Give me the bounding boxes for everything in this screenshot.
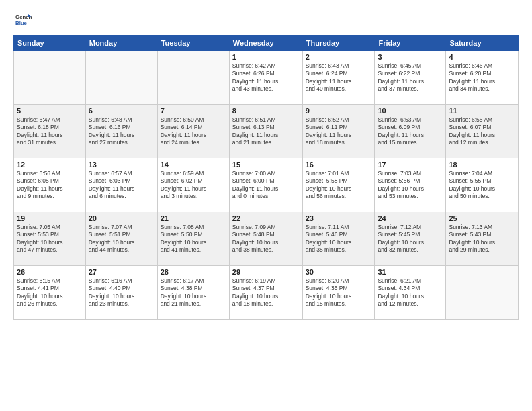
calendar-cell: 18Sunrise: 7:04 AM Sunset: 5:55 PM Dayli… [446,158,519,212]
calendar-cell: 9Sunrise: 6:52 AM Sunset: 6:11 PM Daylig… [302,105,375,158]
page-container: General Blue SundayMondayTuesdayWednesda… [0,0,532,411]
day-number: 2 [306,53,372,61]
header: General Blue [13,11,519,30]
calendar-cell: 15Sunrise: 7:00 AM Sunset: 6:00 PM Dayli… [229,158,302,212]
calendar-cell: 11Sunrise: 6:55 AM Sunset: 6:07 PM Dayli… [446,105,519,158]
calendar-cell: 28Sunrise: 6:17 AM Sunset: 4:38 PM Dayli… [157,266,229,320]
weekday-header-thursday: Thursday [302,36,375,51]
calendar-cell: 29Sunrise: 6:19 AM Sunset: 4:37 PM Dayli… [229,266,302,320]
day-info: Sunrise: 6:50 AM Sunset: 6:14 PM Dayligh… [161,116,226,147]
day-number: 26 [17,268,83,276]
day-info: Sunrise: 6:43 AM Sunset: 6:24 PM Dayligh… [306,62,372,93]
calendar-week-row: 19Sunrise: 7:05 AM Sunset: 5:53 PM Dayli… [14,212,519,266]
day-info: Sunrise: 7:12 AM Sunset: 5:45 PM Dayligh… [378,224,443,255]
day-number: 22 [232,214,300,222]
day-number: 17 [378,161,443,169]
day-info: Sunrise: 7:03 AM Sunset: 5:56 PM Dayligh… [378,170,443,201]
calendar-cell: 20Sunrise: 7:07 AM Sunset: 5:51 PM Dayli… [85,212,157,266]
day-number: 3 [378,53,443,61]
calendar-week-row: 5Sunrise: 6:47 AM Sunset: 6:18 PM Daylig… [14,105,519,158]
logo: General Blue [13,11,35,30]
day-number: 18 [449,161,515,169]
calendar-cell [85,51,157,105]
day-info: Sunrise: 7:00 AM Sunset: 6:00 PM Dayligh… [232,170,300,201]
day-info: Sunrise: 6:20 AM Sunset: 4:35 PM Dayligh… [306,277,372,308]
day-info: Sunrise: 6:21 AM Sunset: 4:34 PM Dayligh… [378,277,443,308]
weekday-header-monday: Monday [85,36,157,51]
day-info: Sunrise: 6:51 AM Sunset: 6:13 PM Dayligh… [232,116,300,147]
calendar-cell [14,51,86,105]
day-number: 7 [161,107,226,115]
calendar-cell: 27Sunrise: 6:16 AM Sunset: 4:40 PM Dayli… [85,266,157,320]
day-number: 5 [17,107,83,115]
calendar-cell: 17Sunrise: 7:03 AM Sunset: 5:56 PM Dayli… [375,158,446,212]
weekday-header-tuesday: Tuesday [157,36,229,51]
day-info: Sunrise: 6:55 AM Sunset: 6:07 PM Dayligh… [449,116,515,147]
day-number: 20 [89,214,154,222]
day-info: Sunrise: 7:09 AM Sunset: 5:48 PM Dayligh… [232,224,300,255]
day-number: 10 [378,107,443,115]
calendar-cell: 10Sunrise: 6:53 AM Sunset: 6:09 PM Dayli… [375,105,446,158]
day-number: 1 [232,53,300,61]
calendar-week-row: 26Sunrise: 6:15 AM Sunset: 4:41 PM Dayli… [14,266,519,320]
calendar-cell: 5Sunrise: 6:47 AM Sunset: 6:18 PM Daylig… [14,105,86,158]
day-info: Sunrise: 7:13 AM Sunset: 5:43 PM Dayligh… [449,224,515,255]
calendar-week-row: 1Sunrise: 6:42 AM Sunset: 6:26 PM Daylig… [14,51,519,105]
day-number: 25 [449,214,515,222]
weekday-header-sunday: Sunday [14,36,86,51]
calendar-cell: 26Sunrise: 6:15 AM Sunset: 4:41 PM Dayli… [14,266,86,320]
calendar-cell: 24Sunrise: 7:12 AM Sunset: 5:45 PM Dayli… [375,212,446,266]
calendar-cell: 7Sunrise: 6:50 AM Sunset: 6:14 PM Daylig… [157,105,229,158]
day-number: 11 [449,107,515,115]
day-number: 13 [89,161,154,169]
calendar-cell: 23Sunrise: 7:11 AM Sunset: 5:46 PM Dayli… [302,212,375,266]
day-info: Sunrise: 6:17 AM Sunset: 4:38 PM Dayligh… [161,277,226,308]
calendar-cell [157,51,229,105]
calendar-cell: 1Sunrise: 6:42 AM Sunset: 6:26 PM Daylig… [229,51,302,105]
day-info: Sunrise: 6:53 AM Sunset: 6:09 PM Dayligh… [378,116,443,147]
weekday-header-saturday: Saturday [446,36,519,51]
logo-icon: General Blue [13,11,32,30]
day-number: 15 [232,161,300,169]
day-info: Sunrise: 6:47 AM Sunset: 6:18 PM Dayligh… [17,116,83,147]
day-info: Sunrise: 6:52 AM Sunset: 6:11 PM Dayligh… [306,116,372,147]
day-info: Sunrise: 6:59 AM Sunset: 6:02 PM Dayligh… [161,170,226,201]
day-number: 6 [89,107,154,115]
day-number: 31 [378,268,443,276]
day-number: 4 [449,53,515,61]
day-number: 30 [306,268,372,276]
day-number: 28 [161,268,226,276]
day-info: Sunrise: 7:04 AM Sunset: 5:55 PM Dayligh… [449,170,515,201]
day-info: Sunrise: 6:48 AM Sunset: 6:16 PM Dayligh… [89,116,154,147]
day-number: 19 [17,214,83,222]
calendar-cell: 3Sunrise: 6:45 AM Sunset: 6:22 PM Daylig… [375,51,446,105]
day-number: 24 [378,214,443,222]
calendar-cell: 22Sunrise: 7:09 AM Sunset: 5:48 PM Dayli… [229,212,302,266]
weekday-header-friday: Friday [375,36,446,51]
day-number: 9 [306,107,372,115]
day-info: Sunrise: 6:16 AM Sunset: 4:40 PM Dayligh… [89,277,154,308]
calendar-cell: 16Sunrise: 7:01 AM Sunset: 5:58 PM Dayli… [302,158,375,212]
calendar-table: SundayMondayTuesdayWednesdayThursdayFrid… [13,35,519,320]
calendar-cell: 21Sunrise: 7:08 AM Sunset: 5:50 PM Dayli… [157,212,229,266]
day-number: 8 [232,107,300,115]
calendar-cell [446,266,519,320]
svg-text:Blue: Blue [15,20,28,26]
calendar-cell: 6Sunrise: 6:48 AM Sunset: 6:16 PM Daylig… [85,105,157,158]
calendar-cell: 8Sunrise: 6:51 AM Sunset: 6:13 PM Daylig… [229,105,302,158]
calendar-cell: 12Sunrise: 6:56 AM Sunset: 6:05 PM Dayli… [14,158,86,212]
calendar-cell: 2Sunrise: 6:43 AM Sunset: 6:24 PM Daylig… [302,51,375,105]
calendar-cell: 31Sunrise: 6:21 AM Sunset: 4:34 PM Dayli… [375,266,446,320]
day-info: Sunrise: 7:01 AM Sunset: 5:58 PM Dayligh… [306,170,372,201]
day-info: Sunrise: 6:46 AM Sunset: 6:20 PM Dayligh… [449,62,515,93]
day-number: 23 [306,214,372,222]
day-info: Sunrise: 7:11 AM Sunset: 5:46 PM Dayligh… [306,224,372,255]
day-number: 29 [232,268,300,276]
calendar-cell: 25Sunrise: 7:13 AM Sunset: 5:43 PM Dayli… [446,212,519,266]
day-info: Sunrise: 6:45 AM Sunset: 6:22 PM Dayligh… [378,62,443,93]
weekday-header-wednesday: Wednesday [229,36,302,51]
day-number: 21 [161,214,226,222]
day-info: Sunrise: 6:56 AM Sunset: 6:05 PM Dayligh… [17,170,83,201]
day-info: Sunrise: 7:08 AM Sunset: 5:50 PM Dayligh… [161,224,226,255]
calendar-cell: 4Sunrise: 6:46 AM Sunset: 6:20 PM Daylig… [446,51,519,105]
